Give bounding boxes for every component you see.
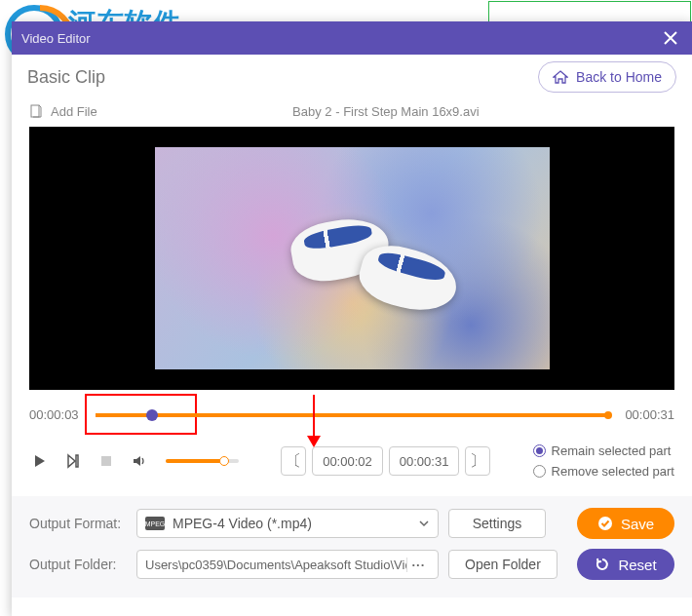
set-start-button[interactable]: 〔	[281, 446, 306, 476]
window-title: Video Editor	[21, 31, 91, 46]
playback-controls	[29, 450, 239, 472]
total-time: 00:00:31	[618, 407, 674, 422]
svg-rect-2	[101, 456, 111, 466]
timeline-track[interactable]	[96, 413, 608, 417]
back-to-home-button[interactable]: Back to Home	[538, 61, 676, 93]
step-forward-icon	[65, 453, 81, 469]
back-home-label: Back to Home	[576, 69, 662, 85]
remain-selected-radio[interactable]: Remain selected part	[533, 443, 674, 458]
output-format-select[interactable]: MPEG MPEG-4 Video (*.mp4)	[136, 509, 439, 538]
svg-rect-1	[76, 455, 78, 467]
open-folder-button[interactable]: Open Folder	[448, 550, 557, 579]
timeline-playhead[interactable]	[146, 409, 158, 421]
stop-button[interactable]	[96, 450, 117, 472]
home-icon	[553, 70, 568, 84]
clip-range-controls: 〔 00:00:02 00:00:31 〕	[281, 446, 490, 476]
current-time: 00:00:03	[29, 407, 86, 422]
volume-slider[interactable]	[166, 459, 239, 463]
set-end-button[interactable]: 〕	[465, 446, 490, 476]
video-preview[interactable]	[29, 127, 674, 390]
radio-selected-icon	[533, 444, 546, 457]
output-format-label: Output Format:	[29, 516, 127, 531]
volume-icon	[132, 453, 147, 469]
format-value: MPEG-4 Video (*.mp4)	[173, 516, 312, 531]
timeline-area: 00:00:03 00:00:31	[12, 390, 692, 430]
current-filename: Baby 2 - First Step Main 16x9.avi	[97, 104, 674, 119]
settings-button[interactable]: Settings	[448, 509, 546, 538]
preview-frame	[155, 147, 550, 369]
remove-selected-radio[interactable]: Remove selected part	[533, 464, 674, 479]
volume-button[interactable]	[129, 450, 150, 472]
controls-row: 〔 00:00:02 00:00:31 〕 Remain selected pa…	[12, 430, 692, 496]
output-panel: Output Format: MPEG MPEG-4 Video (*.mp4)…	[12, 496, 692, 597]
timeline-end-marker[interactable]	[604, 411, 612, 419]
reset-button[interactable]: Reset	[577, 549, 674, 580]
svg-rect-0	[31, 105, 39, 117]
reset-icon	[595, 557, 610, 572]
radio-unselected-icon	[533, 465, 546, 478]
output-folder-field[interactable]: Users\pc0359\Documents\Apeaksoft Studio\…	[136, 550, 439, 579]
play-button[interactable]	[29, 450, 51, 472]
remain-label: Remain selected part	[552, 443, 672, 458]
bracket-left-icon: 〔	[286, 451, 301, 472]
clip-end-time[interactable]: 00:00:31	[389, 446, 460, 476]
bracket-right-icon: 〕	[470, 451, 485, 472]
play-icon	[32, 453, 48, 469]
close-icon	[664, 31, 677, 45]
add-file-label: Add File	[51, 104, 97, 119]
background-green-box	[488, 1, 691, 22]
format-icon: MPEG	[145, 517, 165, 530]
clip-mode-group: Remain selected part Remove selected par…	[533, 443, 674, 479]
check-circle-icon	[597, 516, 613, 531]
titlebar: Video Editor	[12, 21, 692, 55]
header: Basic Clip Back to Home	[12, 55, 692, 99]
stop-icon	[98, 453, 114, 469]
editor-window: Video Editor Basic Clip Back to Home Add…	[12, 21, 692, 616]
folder-path: Users\pc0359\Documents\Apeaksoft Studio\…	[145, 558, 406, 572]
page-title: Basic Clip	[27, 67, 105, 88]
chevron-down-icon	[418, 518, 430, 529]
save-button[interactable]: Save	[577, 508, 674, 539]
next-frame-button[interactable]	[62, 450, 84, 472]
add-file-button[interactable]: Add File	[29, 104, 97, 119]
add-file-icon	[29, 104, 43, 118]
reset-label: Reset	[618, 557, 656, 573]
volume-thumb[interactable]	[219, 456, 229, 466]
remove-label: Remove selected part	[552, 464, 674, 479]
browse-folder-button[interactable]: ···	[406, 558, 430, 572]
save-label: Save	[621, 516, 654, 532]
clip-start-time[interactable]: 00:00:02	[312, 446, 383, 476]
close-button[interactable]	[659, 26, 682, 50]
file-row: Add File Baby 2 - First Step Main 16x9.a…	[12, 99, 692, 123]
output-folder-label: Output Folder:	[29, 557, 127, 572]
